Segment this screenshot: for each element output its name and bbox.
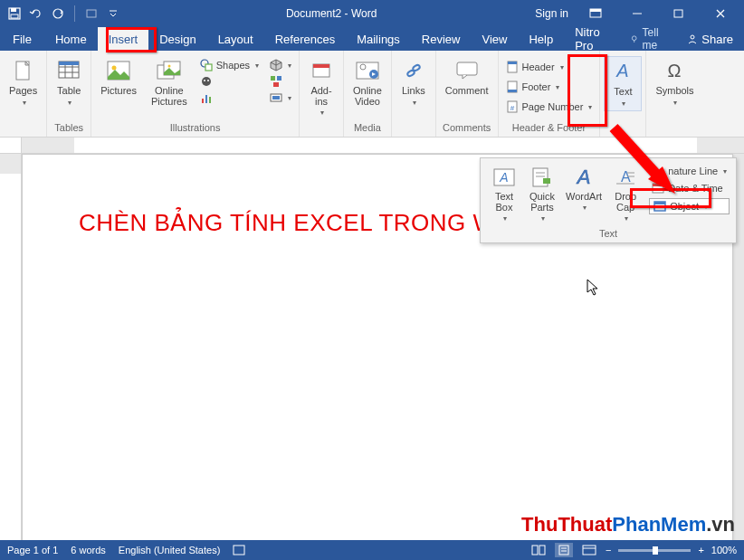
tab-home[interactable]: Home: [44, 27, 98, 51]
svg-point-30: [204, 80, 205, 81]
header-icon: [506, 61, 519, 73]
footer-button[interactable]: Footer▾: [502, 80, 596, 94]
icons-button[interactable]: [196, 74, 262, 89]
document-title: Document2 - Word: [128, 7, 535, 20]
tab-mailings[interactable]: Mailings: [346, 27, 411, 51]
wordart-button[interactable]: A WordArt▾: [562, 164, 606, 224]
document-area: CHÈN BẢNG TÍNH EXCEL TRONG WORD A Text B…: [0, 154, 744, 541]
text-dropdown-button[interactable]: A Text▾: [604, 56, 642, 111]
status-bar: Page 1 of 1 6 words English (United Stat…: [0, 540, 744, 560]
text-icon: A: [610, 59, 635, 84]
tab-insert[interactable]: Insert: [98, 27, 149, 51]
svg-rect-1: [11, 8, 16, 12]
addins-button[interactable]: Add- ins ▾: [303, 56, 339, 119]
3d-icon: [270, 59, 282, 71]
signature-icon: [652, 165, 664, 177]
svg-rect-61: [543, 178, 550, 184]
tab-file[interactable]: File: [0, 27, 44, 51]
macro-button[interactable]: [233, 545, 245, 555]
header-button[interactable]: Header▾: [502, 60, 596, 74]
zoom-level[interactable]: 100%: [711, 545, 737, 555]
symbols-button[interactable]: Ω Symbols▾: [650, 56, 699, 109]
3d-models-button[interactable]: ▾: [266, 58, 295, 72]
share-icon: [687, 33, 698, 44]
group-illustrations: Pictures Online Pictures Shapes▾ ▾ ▾ Ill…: [91, 51, 300, 137]
group-tables: Table▾ Tables: [47, 51, 91, 137]
quick-parts-button[interactable]: Quick Parts▾: [524, 164, 560, 224]
svg-rect-69: [653, 184, 663, 186]
page-number-button[interactable]: #Page Number▾: [502, 100, 596, 114]
zoom-slider[interactable]: [618, 549, 691, 552]
online-pictures-button[interactable]: Online Pictures: [146, 56, 193, 109]
screenshot-button[interactable]: ▾: [266, 90, 295, 105]
links-button[interactable]: Links▾: [396, 56, 432, 109]
tab-view[interactable]: View: [471, 27, 518, 51]
comment-button[interactable]: Comment: [440, 56, 494, 98]
language-indicator[interactable]: English (United States): [119, 545, 221, 555]
group-text: A Text▾: [600, 51, 646, 137]
text-box-button[interactable]: A Text Box▾: [486, 164, 522, 224]
quick-parts-icon: [530, 166, 554, 189]
qat-customize-icon[interactable]: [106, 6, 120, 21]
drop-cap-button[interactable]: A Drop Cap▾: [607, 164, 644, 224]
svg-rect-74: [539, 546, 545, 555]
group-pages: Pages▾: [0, 51, 47, 137]
group-links: Links▾: [392, 51, 436, 137]
vertical-ruler[interactable]: [0, 154, 22, 541]
smartart-button[interactable]: [266, 74, 295, 89]
pictures-button[interactable]: Pictures: [95, 56, 142, 98]
svg-text:Ω: Ω: [668, 61, 682, 81]
picture-icon: [106, 58, 131, 83]
sign-in-link[interactable]: Sign in: [535, 7, 568, 20]
lightbulb-icon: [630, 33, 638, 44]
read-mode-button[interactable]: [529, 543, 548, 557]
svg-point-26: [167, 65, 170, 68]
table-button[interactable]: Table▾: [51, 56, 87, 109]
horizontal-ruler[interactable]: [0, 138, 744, 154]
document-heading[interactable]: CHÈN BẢNG TÍNH EXCEL TRONG WORD: [79, 209, 549, 237]
minimize-icon[interactable]: [623, 0, 652, 27]
close-icon[interactable]: [706, 0, 735, 27]
quick-access-toolbar: [0, 5, 128, 22]
save-icon[interactable]: [7, 6, 22, 21]
undo-icon[interactable]: [29, 6, 43, 21]
svg-rect-35: [271, 76, 275, 81]
tab-help[interactable]: Help: [518, 27, 564, 51]
maximize-icon[interactable]: [664, 0, 693, 27]
print-layout-button[interactable]: [555, 543, 573, 557]
svg-point-31: [207, 80, 209, 81]
share-button[interactable]: Share: [676, 27, 744, 51]
symbol-icon: Ω: [662, 58, 687, 83]
object-button[interactable]: Object ▾: [649, 198, 730, 214]
date-time-button[interactable]: Date & Time: [649, 181, 730, 195]
signature-line-button[interactable]: nature Line▾: [649, 164, 730, 178]
ribbon-display-options-icon[interactable]: [581, 0, 610, 27]
tab-references[interactable]: References: [264, 27, 346, 51]
chart-icon: [200, 91, 213, 104]
web-layout-button[interactable]: [580, 543, 598, 557]
svg-rect-9: [674, 10, 682, 17]
shapes-button[interactable]: Shapes▾: [196, 58, 262, 72]
svg-point-14: [691, 35, 694, 39]
qat-extra-icon[interactable]: [84, 6, 99, 21]
page-number-icon: #: [506, 100, 519, 113]
tab-design[interactable]: Design: [148, 27, 206, 51]
video-icon: [355, 58, 380, 83]
zoom-out-button[interactable]: −: [606, 545, 611, 555]
zoom-in-button[interactable]: +: [698, 545, 703, 555]
tab-review[interactable]: Review: [411, 27, 472, 51]
tab-nitro-pro[interactable]: Nitro Pro: [564, 27, 623, 51]
word-count[interactable]: 6 words: [71, 545, 106, 555]
redo-icon[interactable]: [51, 6, 65, 21]
ribbon-tabs: File Home Insert Design Layout Reference…: [0, 27, 744, 51]
svg-text:#: #: [510, 104, 514, 112]
pages-button[interactable]: Pages▾: [4, 56, 43, 109]
svg-point-46: [412, 64, 420, 71]
svg-rect-72: [234, 546, 244, 555]
svg-rect-2: [11, 14, 18, 18]
chart-button[interactable]: [196, 90, 262, 105]
tab-layout[interactable]: Layout: [207, 27, 264, 51]
page-indicator[interactable]: Page 1 of 1: [7, 545, 58, 555]
online-video-button[interactable]: Online Video: [348, 56, 387, 109]
tell-me-search[interactable]: Tell me: [623, 27, 676, 51]
